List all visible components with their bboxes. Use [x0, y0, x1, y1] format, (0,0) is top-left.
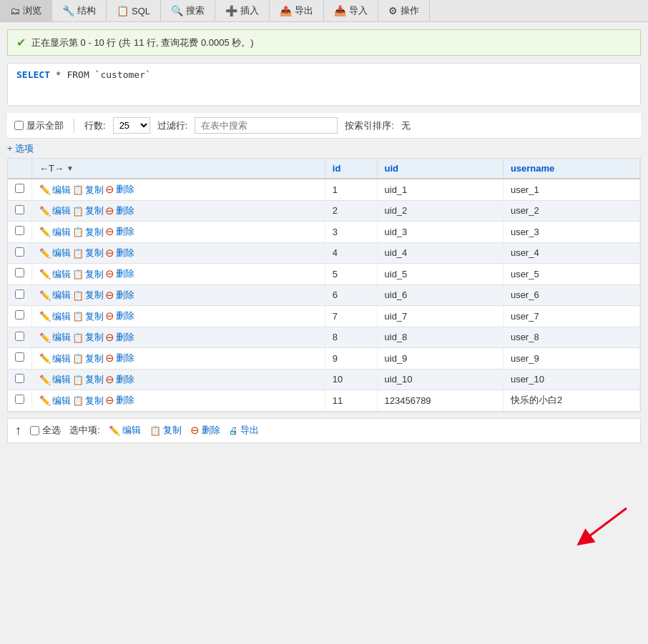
col-header-id[interactable]: id: [325, 159, 377, 179]
options-toggle[interactable]: + 选项: [7, 142, 641, 155]
row-delete-button[interactable]: ⊖删除: [105, 309, 134, 322]
row-copy-button[interactable]: 📋复制: [72, 184, 104, 197]
select-all-label[interactable]: 全选: [30, 424, 61, 437]
row-edit-button[interactable]: ✏️编辑: [39, 289, 71, 302]
row-edit-button[interactable]: ✏️编辑: [39, 310, 71, 323]
row-delete-button[interactable]: ⊖删除: [105, 373, 134, 386]
row-checkbox[interactable]: [15, 352, 24, 362]
toolbar: 显示全部 行数: 25 50 100 过滤行: 按索引排序: 无: [7, 113, 641, 139]
table-row: ✏️编辑📋复制⊖删除9uid_9user_9: [8, 348, 640, 370]
pencil-icon: ✏️: [39, 206, 51, 217]
table-row: ✏️编辑📋复制⊖删除6uid_6user_6: [8, 284, 640, 306]
bottom-edit-button[interactable]: ✏️ 编辑: [109, 424, 141, 437]
data-table: ←T→ ▼ id uid username ✏️编辑📋复制⊖: [8, 159, 640, 412]
export-icon: 🖨: [229, 425, 238, 436]
row-copy-button[interactable]: 📋复制: [72, 373, 104, 386]
row-copy-button[interactable]: 📋复制: [72, 310, 104, 323]
row-copy-button[interactable]: 📋复制: [72, 352, 104, 365]
nav-operations[interactable]: ⚙ 操作: [378, 0, 430, 21]
row-checkbox[interactable]: [15, 268, 24, 277]
row-checkbox[interactable]: [15, 289, 24, 299]
row-delete-button[interactable]: ⊖删除: [105, 394, 134, 407]
row-delete-button[interactable]: ⊖删除: [105, 352, 134, 365]
row-edit-button[interactable]: ✏️编辑: [39, 204, 71, 217]
row-uid-cell: 123456789: [377, 390, 503, 412]
rows-select[interactable]: 25 50 100: [113, 117, 150, 134]
bottom-copy-button[interactable]: 📋 复制: [149, 424, 182, 437]
row-delete-button[interactable]: ⊖删除: [105, 267, 134, 280]
scroll-top-button[interactable]: ↑: [15, 423, 21, 438]
row-copy-button[interactable]: 📋复制: [72, 331, 104, 344]
row-uid-cell: uid_3: [377, 222, 503, 243]
row-copy-button[interactable]: 📋复制: [72, 268, 104, 281]
col-header-username[interactable]: username: [503, 159, 639, 179]
row-edit-button[interactable]: ✏️编辑: [39, 226, 71, 239]
row-checkbox[interactable]: [15, 332, 24, 341]
row-edit-button[interactable]: ✏️编辑: [39, 268, 71, 281]
row-copy-button[interactable]: 📋复制: [72, 247, 104, 259]
row-delete-button[interactable]: ⊖删除: [105, 225, 134, 238]
col-header-check: [8, 159, 32, 179]
row-copy-button[interactable]: 📋复制: [72, 395, 104, 407]
nav-structure[interactable]: 🔧 结构: [52, 0, 107, 21]
row-edit-button[interactable]: ✏️编辑: [39, 184, 71, 197]
row-actions-cell: ✏️编辑📋复制⊖删除: [32, 306, 325, 327]
pencil-icon: ✏️: [39, 311, 51, 322]
annotation-arrow: [569, 501, 634, 551]
nav-export-label: 导出: [295, 4, 313, 17]
row-checkbox[interactable]: [15, 226, 24, 235]
row-copy-button[interactable]: 📋复制: [72, 226, 104, 239]
sql-icon: 📋: [117, 5, 129, 16]
nav-export[interactable]: 📤 导出: [270, 0, 324, 21]
delete-icon: ⊖: [105, 204, 114, 217]
col-header-actions[interactable]: ←T→ ▼: [32, 159, 325, 179]
row-edit-button[interactable]: ✏️编辑: [39, 331, 71, 344]
delete-icon: ⊖: [105, 289, 114, 302]
row-edit-button[interactable]: ✏️编辑: [39, 395, 71, 407]
filter-input[interactable]: [195, 117, 338, 134]
row-delete-button[interactable]: ⊖删除: [105, 247, 134, 259]
row-checkbox-cell: [8, 284, 32, 306]
table-row: ✏️编辑📋复制⊖删除4uid_4user_4: [8, 242, 640, 264]
row-delete-button[interactable]: ⊖删除: [105, 289, 134, 302]
row-checkbox[interactable]: [15, 395, 24, 404]
row-delete-button[interactable]: ⊖删除: [105, 204, 134, 217]
data-table-container: ←T→ ▼ id uid username ✏️编辑📋复制⊖: [7, 158, 641, 412]
select-all-checkbox[interactable]: [30, 426, 39, 435]
bottom-export-button[interactable]: 🖨 导出: [229, 424, 259, 437]
table-row: ✏️编辑📋复制⊖删除8uid_8user_8: [8, 327, 640, 348]
bottom-delete-button[interactable]: ⊖ 删除: [190, 424, 220, 437]
pencil-icon: ✏️: [39, 290, 51, 301]
sql-display: SELECT * FROM `customer`: [7, 63, 641, 106]
row-uid-cell: uid_7: [377, 306, 503, 327]
row-username-cell: user_3: [503, 222, 639, 243]
delete-icon: ⊖: [105, 394, 114, 407]
col-header-uid[interactable]: uid: [377, 159, 503, 179]
row-checkbox[interactable]: [15, 247, 24, 257]
row-edit-button[interactable]: ✏️编辑: [39, 352, 71, 365]
row-copy-button[interactable]: 📋复制: [72, 204, 104, 217]
row-checkbox[interactable]: [15, 184, 24, 193]
row-id-cell: 1: [325, 179, 377, 200]
pencil-icon: ✏️: [39, 353, 51, 364]
nav-search[interactable]: 🔍 搜索: [161, 0, 215, 21]
show-all-checkbox[interactable]: [14, 121, 24, 130]
row-delete-button[interactable]: ⊖删除: [105, 183, 134, 196]
row-actions-cell: ✏️编辑📋复制⊖删除: [32, 222, 325, 243]
row-edit-button[interactable]: ✏️编辑: [39, 373, 71, 386]
nav-browse[interactable]: 🗂 浏览: [0, 0, 52, 21]
nav-import[interactable]: 📥 导入: [324, 0, 378, 21]
row-checkbox[interactable]: [15, 310, 24, 319]
nav-insert[interactable]: ➕ 插入: [215, 0, 270, 21]
insert-icon: ➕: [225, 5, 237, 16]
row-delete-button[interactable]: ⊖删除: [105, 331, 134, 344]
delete-icon: ⊖: [105, 331, 114, 344]
row-checkbox[interactable]: [15, 205, 24, 214]
show-all-label[interactable]: 显示全部: [14, 119, 64, 132]
nav-sql[interactable]: 📋 SQL: [107, 0, 161, 21]
row-checkbox[interactable]: [15, 374, 24, 383]
row-edit-button[interactable]: ✏️编辑: [39, 247, 71, 259]
export-icon: 📤: [280, 5, 292, 16]
pencil-icon: ✏️: [39, 269, 51, 279]
row-copy-button[interactable]: 📋复制: [72, 289, 104, 302]
